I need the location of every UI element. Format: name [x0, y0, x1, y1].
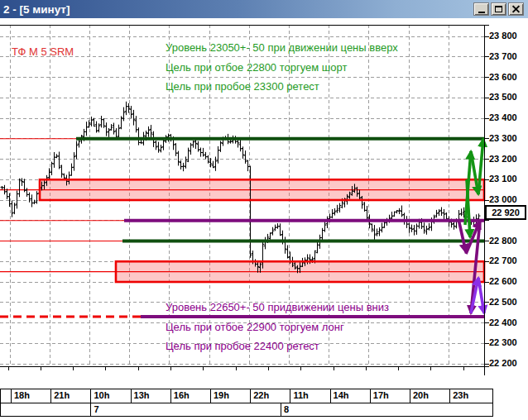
time-axis-cell: 18h — [11, 389, 50, 403]
price-axis-label: 22 600 — [489, 276, 517, 288]
minimize-button[interactable] — [473, 2, 489, 16]
price-axis-label: 22 400 — [489, 317, 517, 329]
maximize-button[interactable] — [491, 2, 506, 16]
time-axis-cell: 21h — [50, 389, 90, 403]
window-title: 2 - [5 минут] — [0, 3, 70, 16]
window-titlebar: 2 - [5 минут] — [0, 0, 528, 18]
time-axis-cell: 13h — [131, 389, 170, 403]
time-axis-cell: 20h — [410, 389, 449, 403]
price-axis-label: 23 600 — [489, 72, 517, 84]
scenario-down-line: Цель при отбое 22900 торгуем лонг — [166, 317, 389, 337]
price-axis-label: 22 700 — [489, 255, 517, 267]
time-axis-cell: 17h — [370, 389, 410, 403]
scenario-down-annotation: Уровень 22650+- 50 придвижении цены вниз… — [166, 298, 389, 356]
close-icon — [511, 5, 521, 14]
maximize-icon — [495, 6, 502, 12]
date-axis-cell: 7 — [90, 403, 281, 417]
days-row: 78 — [1, 403, 492, 418]
scenario-up-line: Уровень 23050+- 50 при движении цены вве… — [166, 38, 398, 58]
scenario-up-annotation: Уровень 23050+- 50 при движении цены вве… — [166, 38, 398, 97]
time-axis-cell: 11h — [290, 389, 329, 403]
chart-window: 2 - [5 минут] ТФ М 5 SRM Уровень 23050+-… — [0, 0, 528, 420]
last-price-box: 22 920 — [485, 205, 526, 220]
price-axis-label: 23 800 — [489, 31, 517, 42]
price-axis-label: 22 800 — [489, 236, 517, 247]
time-axis-cell: 10h — [90, 389, 130, 403]
time-axis-table: 18h21h10h13h16h19h22h11h14h17h20h23h 78 — [0, 389, 493, 417]
price-axis-label: 23 000 — [489, 194, 517, 206]
price-axis-label: 22 500 — [489, 297, 517, 308]
price-axis-label: 22 200 — [489, 358, 517, 370]
price-axis-label: 23 700 — [489, 51, 517, 63]
time-axis-cell: 14h — [330, 389, 370, 403]
price-axis-label: 23 400 — [489, 112, 517, 124]
price-axis-label: 22 300 — [489, 337, 517, 349]
time-axis-cell: 22h — [250, 389, 290, 403]
price-axis-label: 23 300 — [489, 133, 517, 145]
hours-row: 18h21h10h13h16h19h22h11h14h17h20h23h — [1, 389, 492, 403]
time-axis-cell: 19h — [210, 389, 250, 403]
scenario-down-line: Уровень 22650+- 50 придвижении цены вниз — [166, 298, 389, 317]
time-axis-cell: 16h — [170, 389, 210, 403]
price-axis-label: 23 500 — [489, 92, 517, 103]
scenario-up-line: Цель при пробое 23300 ретест — [166, 77, 398, 97]
window-controls — [473, 2, 524, 16]
instrument-label: ТФ М 5 SRM — [12, 45, 74, 58]
date-axis-cell: 8 — [281, 403, 493, 417]
scenario-down-line: Цель при пробое 22400 ретест — [166, 336, 389, 356]
time-axis-cell: 23h — [449, 389, 493, 403]
minimize-icon — [478, 12, 485, 13]
price-axis-label: 23 200 — [489, 154, 517, 165]
scenario-up-line: Цель при отбое 22800 торгуем шорт — [166, 58, 398, 78]
close-button[interactable] — [508, 2, 524, 16]
price-axis-label: 23 100 — [489, 174, 517, 185]
